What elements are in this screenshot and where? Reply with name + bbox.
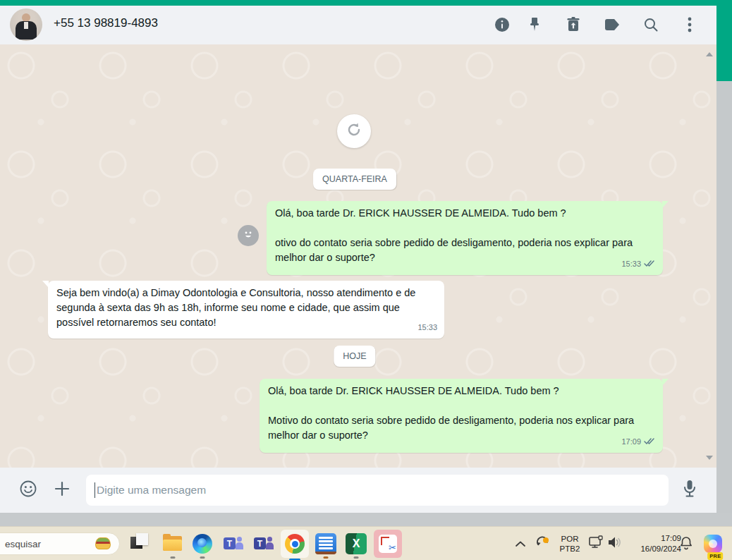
label-icon: [603, 17, 621, 32]
message-time: 15:33: [417, 320, 437, 335]
chat-area: QUARTA-FEIRA Olá, boa tarde Dr. ERICK HA…: [0, 44, 716, 468]
message-text: Olá, boa tarde Dr. ERICK HAUSSER DE ALME…: [275, 206, 655, 221]
tray-time: 17:09: [626, 533, 681, 544]
excel-button[interactable]: X: [346, 533, 367, 554]
copilot-icon: [704, 535, 722, 553]
contact-avatar[interactable]: [10, 8, 42, 41]
bell-icon: [679, 535, 693, 553]
copilot-pre-badge: PRE: [707, 552, 723, 560]
voice-message-button[interactable]: [677, 477, 702, 503]
taskbar: esquisar T T: [0, 526, 732, 560]
message-outgoing-2[interactable]: Olá, boa tarde Dr. ERICK HAUSSER DE ALME…: [260, 379, 663, 453]
scrollbar-down-arrow[interactable]: [706, 456, 713, 460]
message-time: 17:09: [621, 434, 641, 449]
message-text: Seja bem vindo(a) a Dimay Odontologia e …: [56, 286, 437, 330]
mic-icon: [681, 479, 698, 501]
day-divider: QUARTA-FEIRA: [313, 169, 396, 190]
tray-date: 16/09/2024: [626, 544, 681, 554]
message-composer: [0, 468, 716, 513]
message-input-wrap: [86, 475, 669, 506]
copilot-button[interactable]: PRE: [700, 527, 726, 560]
tray-clock[interactable]: 17:09 16/09/2024: [626, 527, 681, 560]
message-incoming-1[interactable]: Seja bem vindo(a) a Dimay Odontologia e …: [48, 281, 444, 339]
taskbar-search[interactable]: esquisar: [0, 532, 120, 555]
message-text: Olá, boa tarde Dr. ERICK HAUSSER DE ALME…: [268, 384, 655, 398]
day-divider: HOJE: [334, 346, 375, 367]
excel-icon: X: [353, 537, 360, 550]
tray-volume-button[interactable]: [604, 527, 625, 560]
edge-icon: [193, 534, 212, 554]
scrollbar-up-arrow[interactable]: [706, 52, 713, 56]
message-text: Motivo do contato seria sobre pedido de …: [268, 413, 655, 443]
edge-button[interactable]: [192, 533, 213, 554]
double-check-icon: [644, 434, 656, 449]
chat-header: +55 13 98819-4893: [0, 6, 716, 44]
snipping-tool-button[interactable]: ✂: [374, 530, 402, 558]
emoji-button[interactable]: [16, 477, 41, 503]
right-gray-panel: [716, 81, 732, 526]
chrome-icon: [285, 534, 305, 554]
tray-language[interactable]: POR PTB2: [556, 527, 584, 560]
file-explorer-button[interactable]: [162, 533, 183, 554]
search-button[interactable]: [638, 11, 664, 38]
info-button[interactable]: [489, 11, 515, 38]
kebab-menu-icon: [688, 17, 692, 32]
pin-icon: [527, 16, 542, 33]
tray-notifications-button[interactable]: [676, 527, 697, 560]
taco-emoji-icon: [95, 537, 111, 549]
taskbar-search-text: esquisar: [5, 539, 41, 549]
network-monitor-icon: [588, 535, 604, 552]
label-button[interactable]: [599, 11, 625, 38]
language-code: POR: [560, 534, 580, 544]
snipping-tool-icon: ✂: [379, 535, 397, 553]
double-check-icon: [644, 257, 656, 272]
notes-button[interactable]: [315, 533, 336, 554]
speaker-icon: [606, 535, 622, 552]
pin-button[interactable]: [522, 11, 547, 38]
right-green-panel: [716, 0, 732, 81]
plus-icon: [54, 480, 71, 500]
delete-button[interactable]: [561, 11, 586, 38]
message-outgoing-1[interactable]: Olá, boa tarde Dr. ERICK HAUSSER DE ALME…: [267, 201, 663, 275]
contact-phone-title[interactable]: +55 13 98819-4893: [54, 16, 158, 30]
window-accent-bar: [0, 0, 732, 6]
sync-icon: [535, 535, 550, 553]
keyboard-layout: PTB2: [560, 544, 580, 554]
menu-button[interactable]: [677, 11, 702, 38]
emoji-icon: [19, 480, 37, 501]
search-icon: [643, 17, 659, 32]
chevron-up-icon: [516, 537, 525, 550]
teams-alt-button[interactable]: T: [253, 533, 274, 554]
react-emoji-button[interactable]: [238, 225, 259, 246]
screen: +55 13 98819-4893: [0, 0, 732, 560]
teams-button[interactable]: T: [223, 533, 244, 554]
tray-chevron-button[interactable]: [512, 527, 529, 560]
message-time: 15:33: [621, 257, 641, 272]
refresh-icon: [346, 121, 362, 141]
text-caret: [94, 482, 95, 498]
load-older-messages-button[interactable]: [337, 114, 371, 148]
message-text: otivo do contato seria sobre pedido de d…: [275, 236, 655, 265]
task-view-button[interactable]: [130, 533, 151, 554]
info-icon: [494, 16, 511, 33]
attach-button[interactable]: [49, 477, 75, 503]
delete-icon: [566, 16, 581, 33]
chrome-button[interactable]: [281, 530, 309, 558]
desktop-strip: [0, 513, 732, 526]
message-input[interactable]: [97, 475, 669, 506]
tray-sync-button[interactable]: [532, 527, 553, 560]
smiley-icon: [242, 228, 255, 243]
